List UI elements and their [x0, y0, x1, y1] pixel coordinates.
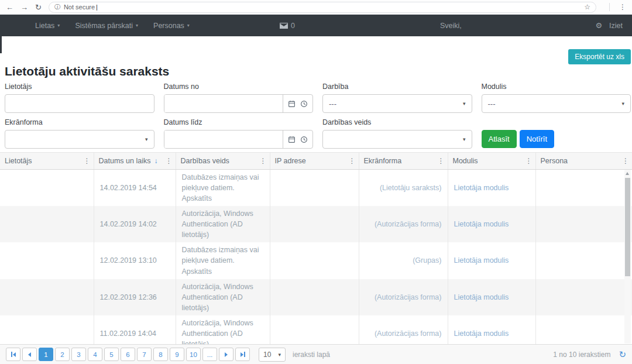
chevron-down-icon: ▾: [278, 352, 281, 358]
cell-ekranforma: (Grupas): [359, 242, 448, 279]
column-menu-icon[interactable]: ⋮: [438, 157, 445, 165]
column-header-lietotajs[interactable]: Lietotājs ⋮: [0, 153, 94, 169]
column-header-modulis[interactable]: Modulis ⋮: [448, 153, 535, 169]
cell-lietotajs: [0, 169, 94, 206]
cell-modulis: Lietotāja modulis: [448, 206, 535, 242]
pager-first-button[interactable]: [6, 348, 20, 361]
lietotajs-input[interactable]: [5, 94, 154, 113]
datums-no-input[interactable]: [164, 95, 283, 112]
pager-page-1[interactable]: 1: [39, 348, 53, 361]
cell-ip-adrese: [270, 206, 359, 242]
messages-indicator[interactable]: 0: [280, 22, 295, 30]
column-header-datums-un-laiks[interactable]: Datums un laiks ↓ ⋮: [94, 153, 176, 169]
info-icon[interactable]: ⓘ: [54, 3, 60, 11]
reload-icon[interactable]: ↻: [35, 4, 42, 11]
column-menu-icon[interactable]: ⋮: [349, 157, 356, 165]
pager-ellipsis-button[interactable]: ...: [202, 348, 217, 361]
chevron-down-icon: ▾: [136, 23, 138, 28]
vertical-scrollbar[interactable]: [624, 170, 631, 344]
modulis-select[interactable]: --- ▾: [482, 94, 631, 113]
ekranforma-select[interactable]: ▾: [5, 130, 154, 149]
calendar-icon[interactable]: [288, 100, 296, 108]
menu-personas-label: Personas: [153, 22, 184, 30]
browser-menu-icon[interactable]: ⋮: [619, 3, 626, 11]
column-menu-icon[interactable]: ⋮: [260, 157, 267, 165]
not-secure-label: Not secure: [64, 4, 95, 11]
lietotajs-label: Lietotājs: [5, 83, 154, 91]
pager-page-5[interactable]: 5: [104, 348, 119, 361]
filter-ekranforma: Ekrānforma ▾: [5, 118, 154, 149]
cell-lietotajs: [0, 206, 94, 242]
column-header-ekranforma[interactable]: Ekrānforma ⋮: [359, 153, 448, 169]
pager-prev-button[interactable]: [22, 348, 37, 361]
seek-last-icon: [244, 352, 245, 357]
column-menu-icon[interactable]: ⋮: [166, 157, 173, 165]
back-icon[interactable]: ←: [6, 4, 13, 11]
calendar-icon[interactable]: [288, 136, 296, 143]
menu-personas[interactable]: Personas ▾: [153, 22, 190, 30]
column-menu-icon[interactable]: ⋮: [525, 157, 533, 165]
bookmark-star-icon[interactable]: ☆: [584, 3, 590, 11]
filter-datums-lidz: Datums līdz: [164, 118, 314, 149]
refresh-icon[interactable]: ↻: [619, 349, 626, 360]
pager-page-7[interactable]: 7: [137, 348, 152, 361]
clock-icon[interactable]: [300, 136, 308, 143]
pager-last-button[interactable]: [235, 348, 250, 361]
column-menu-icon[interactable]: ⋮: [84, 157, 91, 165]
cell-darbibas-veids: Autorizācija, Windows Authentication (AD…: [176, 279, 270, 315]
arrow-left-icon: [28, 352, 31, 357]
column-header-ip-adrese[interactable]: IP adrese ⋮: [270, 153, 359, 169]
page-size-select[interactable]: 10 ▾: [259, 348, 286, 362]
scrollbar-thumb[interactable]: [625, 178, 630, 276]
cell-ekranforma: (Autorizācijas forma): [359, 279, 448, 315]
column-label: Ekrānforma: [364, 157, 402, 165]
column-header-darbibas-veids[interactable]: Darbības veids ⋮: [176, 153, 270, 169]
darbibas-veids-label: Darbības veids: [322, 118, 472, 126]
envelope-icon: [280, 23, 288, 29]
mail-count: 0: [291, 22, 295, 30]
date-picker-icons: [283, 95, 312, 112]
cell-persona: [535, 206, 632, 242]
cell-modulis: Lietotāja modulis: [448, 315, 535, 344]
filter-datums-no: Datums no: [164, 83, 314, 113]
logout-link[interactable]: Iziet: [609, 22, 623, 30]
navbar-menus: Lietas ▾ Sistēmas pārskati ▾ Personas ▾: [35, 22, 190, 30]
column-header-persona[interactable]: Persona ⋮: [535, 153, 632, 169]
darbiba-value: ---: [329, 99, 336, 108]
gear-icon[interactable]: ⚙: [595, 21, 602, 30]
cell-modulis: Lietotāja modulis: [448, 279, 535, 315]
pager-right: 1 no 10 ierakstiem ↻: [553, 349, 626, 360]
pager-page-8[interactable]: 8: [153, 348, 168, 361]
cell-lietotajs: [0, 315, 94, 344]
address-bar[interactable]: ⓘ Not secure | ☆: [49, 2, 596, 13]
table-row: 12.02.2019 12:36 Autorizācija, Windows A…: [0, 279, 632, 315]
greeting-text: Sveiki,: [440, 22, 462, 30]
menu-lietas[interactable]: Lietas ▾: [35, 22, 60, 30]
clock-icon[interactable]: [300, 100, 308, 108]
export-xls-button[interactable]: Eksportēt uz xls: [568, 49, 631, 64]
pager-next-button[interactable]: [219, 348, 233, 361]
menu-sistemas-parskati[interactable]: Sistēmas pārskati ▾: [75, 22, 138, 30]
clear-button[interactable]: Notīrīt: [520, 130, 554, 148]
scroll-up-icon[interactable]: [626, 172, 629, 175]
cell-persona: [535, 169, 632, 206]
darbiba-select[interactable]: --- ▾: [322, 94, 472, 113]
select-button[interactable]: Atlasīt: [482, 130, 517, 148]
forward-icon[interactable]: →: [20, 4, 28, 11]
pager-page-3[interactable]: 3: [71, 348, 86, 361]
cell-datums: 14.02.2019 14:54: [94, 169, 176, 206]
pager-page-4[interactable]: 4: [88, 348, 102, 361]
pager-page-6[interactable]: 6: [121, 348, 135, 361]
datums-lidz-input[interactable]: [164, 131, 283, 148]
pager-page-9[interactable]: 9: [170, 348, 184, 361]
activity-grid: Lietotājs ⋮ Datums un laiks ↓ ⋮ Darbības…: [0, 152, 632, 344]
table-body: 14.02.2019 14:54 Datubāzes izmaiņas vai …: [0, 169, 632, 344]
pager-page-10[interactable]: 10: [186, 348, 201, 361]
column-menu-icon[interactable]: ⋮: [622, 157, 629, 165]
pager-page-2[interactable]: 2: [55, 348, 70, 361]
cell-darbibas-veids: Autorizācija, Windows Authentication (AD…: [176, 206, 270, 242]
cell-datums: 11.02.2019 14:04: [94, 315, 176, 344]
datums-no-label: Datums no: [164, 83, 314, 91]
cell-lietotajs: [0, 242, 94, 279]
darbibas-veids-select[interactable]: ▾: [322, 130, 472, 149]
